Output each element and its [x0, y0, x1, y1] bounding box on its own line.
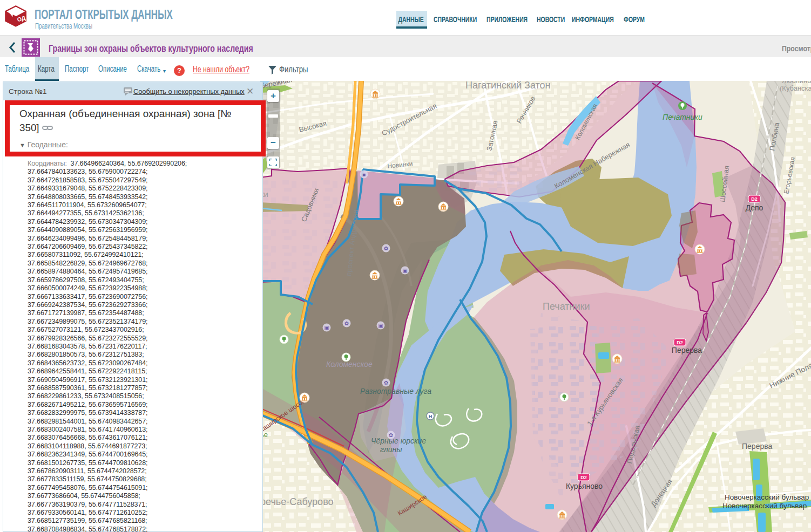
svg-text:✿: ✿: [384, 380, 388, 386]
svg-text:✿: ✿: [389, 432, 393, 438]
svg-text:▣: ▣: [324, 325, 329, 331]
svg-text:Коломенское: Коломенское: [326, 360, 373, 369]
svg-text:Новочеркасский бульвар: Новочеркасский бульвар: [725, 493, 809, 501]
svg-text:D2: D2: [677, 340, 683, 345]
svg-text:(Кубанская): (Кубанская): [780, 84, 811, 92]
svg-text:глины: глины: [380, 445, 402, 454]
svg-text:▣: ▣: [378, 323, 383, 329]
svg-text:Перерва: Перерва: [742, 442, 772, 451]
svg-text:Люблино: Люблино: [782, 81, 811, 85]
svg-text:Нагатинский Затон: Нагатинский Затон: [465, 81, 551, 91]
svg-text:Депо: Депо: [746, 203, 763, 212]
svg-text:Курьяново: Курьяново: [566, 482, 603, 490]
svg-text:H: H: [429, 414, 432, 419]
svg-text:D2: D2: [751, 196, 758, 202]
svg-text:Чёрные юрские: Чёрные юрские: [371, 436, 426, 445]
svg-text:Новочеркасский бульвар: Новочеркасский бульвар: [722, 502, 807, 510]
svg-text:■: ■: [362, 172, 366, 178]
svg-text:Печатники: Печатники: [543, 301, 590, 312]
svg-text:✿: ✿: [344, 320, 349, 326]
svg-text:D2: D2: [580, 475, 587, 480]
svg-text:речье-Сабурово: речье-Сабурово: [260, 496, 334, 507]
svg-text:Печатники: Печатники: [663, 113, 702, 121]
svg-text:Разнотравные луга: Разнотравные луга: [360, 387, 431, 395]
svg-text:✿: ✿: [384, 245, 388, 251]
svg-text:Перерва: Перерва: [672, 346, 702, 354]
svg-text:▣: ▣: [402, 268, 407, 274]
